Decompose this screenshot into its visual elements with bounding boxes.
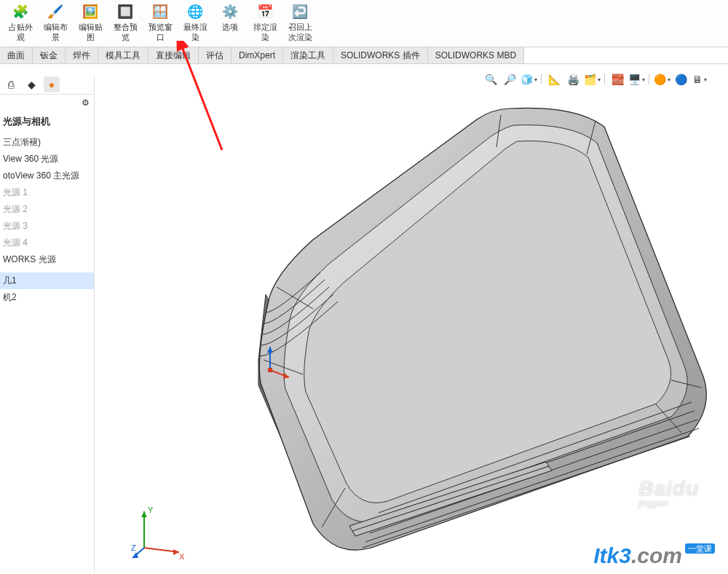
toolbar-icon-8: ↩️ — [290, 3, 309, 20]
panel-gear-icon[interactable]: ⚙ — [82, 98, 90, 108]
toolbar-icon-2: 🖼️ — [81, 3, 100, 20]
hud-icon-4[interactable]: 🖨️ — [566, 73, 579, 86]
cm-tab-1[interactable]: 钣金 — [33, 47, 66, 63]
toolbar-label: 选项 — [222, 22, 238, 32]
cm-tab-7[interactable]: 渲染工具 — [283, 47, 333, 63]
cm-tab-0[interactable]: 曲面 — [0, 47, 33, 63]
toolbar-label: 口 — [157, 32, 165, 42]
tree-item-10[interactable]: 机2 — [0, 289, 94, 306]
toolbar-label: 预览窗 — [149, 22, 173, 32]
hud-separator — [604, 74, 605, 84]
feature-manager-panel: ⎙ ◆ ● ⚙ 光源与相机 三点渐褪)View 360 光源otoView 36… — [0, 74, 95, 574]
panel-tab-row: ⎙ ◆ ● — [0, 74, 94, 95]
toolbar-label: 最终渲 — [183, 22, 207, 32]
cm-tab-5[interactable]: 评估 — [199, 47, 232, 63]
panel-tab-1[interactable]: ⎙ — [3, 76, 19, 93]
panel-title: 光源与相机 — [0, 111, 94, 134]
toolbar-icon-1: 🖌️ — [46, 3, 65, 20]
view-orientation-triad[interactable]: Y X Z — [131, 503, 189, 561]
svg-marker-15 — [141, 511, 147, 517]
lights-cameras-tree: 三点渐褪)View 360 光源otoView 360 主光源光源 1光源 2光… — [0, 134, 94, 306]
tree-item-4[interactable]: 光源 2 — [0, 201, 94, 218]
tree-item-9[interactable]: 几1 — [0, 272, 94, 289]
cm-tab-8[interactable]: SOLIDWORKS 插件 — [333, 47, 428, 63]
hud-icon-10[interactable]: 🖥 — [693, 73, 706, 86]
graphics-viewport[interactable] — [95, 68, 728, 574]
hud-separator — [541, 74, 542, 84]
cm-tab-4[interactable]: 直接编辑 — [149, 47, 199, 63]
toolbar-btn-0[interactable]: 🧩 占贴外 观 — [3, 1, 38, 44]
tree-item-3[interactable]: 光源 1 — [0, 184, 94, 201]
hud-icon-3[interactable]: 📐 — [547, 73, 561, 86]
toolbar-icon-5: 🌐 — [186, 3, 205, 20]
command-manager-tabs: 曲面钣金焊件模具工具直接编辑评估DimXpert渲染工具SOLIDWORKS 插… — [0, 47, 728, 64]
toolbar-btn-8[interactable]: ↩️ 召回上 次渲染 — [282, 1, 317, 44]
model-render — [95, 68, 728, 574]
heads-up-view-toolbar: 🔍🔎🧊📐🖨️🗂️🧱🖥️🟠🔵🖥 — [484, 73, 706, 86]
hud-icon-0[interactable]: 🔍 — [484, 73, 497, 86]
toolbar-btn-2[interactable]: 🖼️ 编辑贴 图 — [73, 1, 108, 44]
hud-icon-7[interactable]: 🖥️ — [630, 73, 643, 86]
tree-item-0[interactable]: 三点渐褪) — [0, 134, 94, 151]
toolbar-label: 染 — [191, 32, 199, 42]
panel-tab-appearances[interactable]: ● — [44, 76, 60, 93]
render-toolbar: 🧩 占贴外 观🖌️ 编辑布 景🖼️ 编辑贴 图🔲 整合预 览🪟 预览窗 口🌐 — [0, 0, 728, 47]
toolbar-label: 整合预 — [114, 22, 138, 32]
tree-item-1[interactable]: View 360 光源 — [0, 151, 94, 168]
hud-icon-8[interactable]: 🟠 — [655, 73, 668, 86]
toolbar-label: 排定渲 — [253, 22, 277, 32]
toolbar-btn-1[interactable]: 🖌️ 编辑布 景 — [38, 1, 73, 44]
svg-marker-18 — [173, 549, 179, 555]
svg-text:X: X — [179, 552, 185, 561]
tree-item-6[interactable]: 光源 4 — [0, 235, 94, 251]
tree-item-5[interactable]: 光源 3 — [0, 218, 94, 235]
svg-rect-12 — [268, 368, 272, 372]
toolbar-label: 次渲染 — [288, 32, 312, 42]
cm-tab-6[interactable]: DimXpert — [232, 47, 283, 63]
toolbar-icon-4: 🪟 — [151, 3, 170, 20]
toolbar-label: 览 — [122, 32, 130, 42]
panel-gear-row: ⚙ — [0, 95, 94, 111]
toolbar-icon-3: 🔲 — [116, 3, 135, 20]
toolbar-icon-7: 📅 — [256, 3, 274, 20]
watermark-baidu: Baidu jingyan — [638, 477, 699, 508]
cm-tab-3[interactable]: 模具工具 — [98, 47, 149, 63]
hud-icon-2[interactable]: 🧊 — [522, 73, 535, 86]
toolbar-label: 染 — [261, 32, 269, 42]
cm-tab-9[interactable]: SOLIDWORKS MBD — [428, 47, 524, 63]
toolbar-icon-0: 🧩 — [11, 3, 30, 20]
hud-icon-6[interactable]: 🧱 — [611, 73, 624, 86]
tree-item-7[interactable]: WORKS 光源 — [0, 251, 94, 268]
toolbar-label: 图 — [87, 32, 95, 42]
svg-text:Y: Y — [148, 506, 154, 514]
watermark-itk3: Itk3.com一堂课 — [593, 543, 715, 568]
svg-text:Z: Z — [131, 543, 136, 552]
panel-tab-2[interactable]: ◆ — [23, 76, 39, 93]
toolbar-btn-6[interactable]: ⚙️ 选项 — [213, 1, 248, 34]
toolbar-btn-3[interactable]: 🔲 整合预 览 — [108, 1, 143, 44]
toolbar-label: 占贴外 — [9, 22, 33, 32]
hud-icon-1[interactable]: 🔎 — [503, 73, 516, 86]
toolbar-label: 景 — [52, 32, 60, 42]
toolbar-label: 召回上 — [288, 22, 312, 32]
toolbar-label: 编辑布 — [44, 22, 68, 32]
toolbar-btn-5[interactable]: 🌐 最终渲 染 — [178, 1, 213, 44]
hud-icon-9[interactable]: 🔵 — [674, 73, 687, 86]
toolbar-btn-7[interactable]: 📅 排定渲 染 — [248, 1, 282, 44]
toolbar-label: 编辑贴 — [79, 22, 103, 32]
toolbar-icon-6: ⚙️ — [221, 3, 240, 20]
hud-separator — [649, 74, 649, 84]
tree-item-2[interactable]: otoView 360 主光源 — [0, 168, 94, 184]
toolbar-btn-4[interactable]: 🪟 预览窗 口 — [143, 1, 178, 44]
toolbar-label: 观 — [17, 32, 25, 42]
hud-icon-5[interactable]: 🗂️ — [585, 73, 598, 86]
cm-tab-2[interactable]: 焊件 — [66, 47, 98, 63]
